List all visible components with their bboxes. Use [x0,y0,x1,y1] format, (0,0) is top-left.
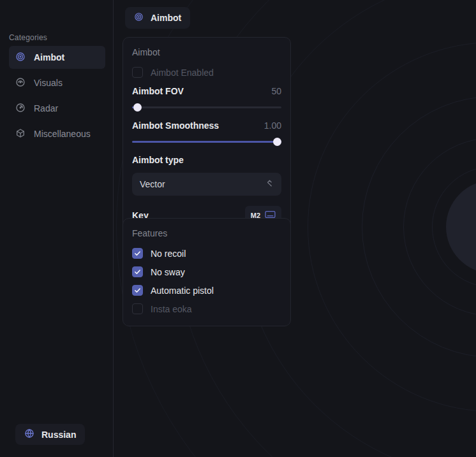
feature-label: Insta eoka [151,304,192,314]
target-icon [134,12,144,24]
checkbox-icon[interactable] [132,67,143,78]
checkbox-icon[interactable] [132,266,143,277]
globe-icon [24,428,34,440]
eye-icon [15,77,26,89]
target-icon [15,52,26,64]
main-content: Aimbot Aimbot Aimbot Enabled Aimbot FOV … [114,0,476,457]
smoothness-value: 1.00 [264,120,281,131]
sidebar-item-visuals[interactable]: Visuals [9,71,105,94]
sidebar-item-label: Radar [34,103,58,113]
checkbox-icon[interactable] [132,285,143,296]
radar-icon [15,103,26,115]
panel-title: Features [132,228,281,238]
feature-label: No recoil [151,249,186,259]
smoothness-slider-thumb[interactable] [273,138,281,146]
smoothness-slider[interactable] [132,138,281,146]
chevron-up-down-icon [265,178,274,190]
tab-aimbot[interactable]: Aimbot [125,7,190,29]
aimbot-panel: Aimbot Aimbot Enabled Aimbot FOV 50 Aimb… [123,37,291,236]
category-nav: Aimbot Visuals Radar Mi [9,46,105,148]
fov-slider[interactable] [132,103,281,112]
checkbox-icon[interactable] [132,303,143,314]
fov-label: Aimbot FOV [132,86,184,96]
checkbox-icon[interactable] [132,248,143,259]
smoothness-label: Aimbot Smoothness [132,120,219,131]
fov-field-header: Aimbot FOV 50 [132,86,281,96]
sidebar-item-miscellaneous[interactable]: Miscellaneous [9,122,105,145]
language-button[interactable]: Russian [15,424,85,445]
feature-no-sway-row[interactable]: No sway [132,266,281,277]
sidebar-item-aimbot[interactable]: Aimbot [9,46,105,69]
language-button-label: Russian [41,430,76,440]
feature-label: Automatic pistol [151,286,214,296]
feature-insta-eoka-row[interactable]: Insta eoka [132,303,281,314]
aimbot-type-label: Aimbot type [132,155,281,165]
feature-automatic-pistol-row[interactable]: Automatic pistol [132,285,281,296]
feature-no-recoil-row[interactable]: No recoil [132,248,281,259]
smoothness-field-header: Aimbot Smoothness 1.00 [132,120,281,131]
aimbot-type-select[interactable]: Vector [132,173,281,196]
tab-label: Aimbot [151,13,181,23]
fov-slider-thumb[interactable] [133,103,142,112]
cube-icon [15,128,26,140]
sidebar-item-label: Aimbot [34,52,64,62]
sidebar: Categories Aimbot Visuals [0,0,114,457]
sidebar-item-label: Visuals [34,78,63,88]
selected-option: Vector [140,179,165,189]
feature-label: No sway [151,267,185,277]
sidebar-item-radar[interactable]: Radar [9,97,105,120]
checkbox-label: Aimbot Enabled [151,68,214,78]
features-panel: Features No recoil No sway Automatic pis… [123,218,291,326]
panel-title: Aimbot [132,47,281,57]
sidebar-item-label: Miscellaneous [34,129,91,139]
categories-label: Categories [9,33,47,42]
fov-value: 50 [271,86,281,96]
aimbot-enabled-checkbox-row[interactable]: Aimbot Enabled [132,67,281,78]
